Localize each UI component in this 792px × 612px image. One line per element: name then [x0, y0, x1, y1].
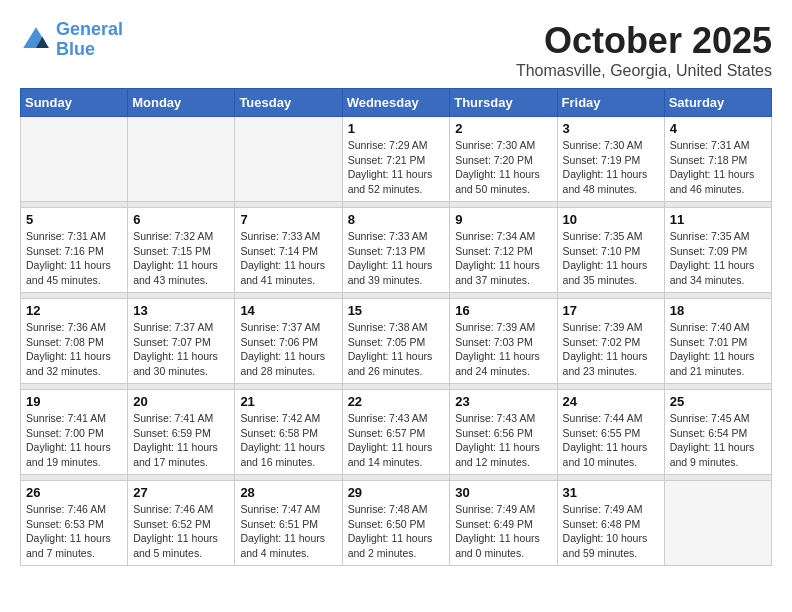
day-number: 13 — [133, 303, 229, 318]
calendar-cell: 15Sunrise: 7:38 AM Sunset: 7:05 PM Dayli… — [342, 299, 450, 384]
day-info: Sunrise: 7:35 AM Sunset: 7:10 PM Dayligh… — [563, 229, 659, 288]
day-number: 20 — [133, 394, 229, 409]
calendar-cell: 31Sunrise: 7:49 AM Sunset: 6:48 PM Dayli… — [557, 481, 664, 566]
weekday-header: Thursday — [450, 89, 557, 117]
day-number: 18 — [670, 303, 766, 318]
calendar-cell: 17Sunrise: 7:39 AM Sunset: 7:02 PM Dayli… — [557, 299, 664, 384]
day-number: 2 — [455, 121, 551, 136]
weekday-header: Tuesday — [235, 89, 342, 117]
day-number: 31 — [563, 485, 659, 500]
day-number: 15 — [348, 303, 445, 318]
calendar-cell: 7Sunrise: 7:33 AM Sunset: 7:14 PM Daylig… — [235, 208, 342, 293]
day-info: Sunrise: 7:36 AM Sunset: 7:08 PM Dayligh… — [26, 320, 122, 379]
calendar-cell — [235, 117, 342, 202]
calendar-cell: 14Sunrise: 7:37 AM Sunset: 7:06 PM Dayli… — [235, 299, 342, 384]
weekday-header-row: SundayMondayTuesdayWednesdayThursdayFrid… — [21, 89, 772, 117]
day-info: Sunrise: 7:47 AM Sunset: 6:51 PM Dayligh… — [240, 502, 336, 561]
day-info: Sunrise: 7:41 AM Sunset: 6:59 PM Dayligh… — [133, 411, 229, 470]
day-number: 5 — [26, 212, 122, 227]
day-info: Sunrise: 7:31 AM Sunset: 7:18 PM Dayligh… — [670, 138, 766, 197]
day-number: 22 — [348, 394, 445, 409]
weekday-header: Wednesday — [342, 89, 450, 117]
logo: General Blue — [20, 20, 123, 60]
day-number: 28 — [240, 485, 336, 500]
week-row: 12Sunrise: 7:36 AM Sunset: 7:08 PM Dayli… — [21, 299, 772, 384]
day-number: 14 — [240, 303, 336, 318]
calendar-cell: 16Sunrise: 7:39 AM Sunset: 7:03 PM Dayli… — [450, 299, 557, 384]
calendar-cell: 10Sunrise: 7:35 AM Sunset: 7:10 PM Dayli… — [557, 208, 664, 293]
day-number: 23 — [455, 394, 551, 409]
calendar-cell: 8Sunrise: 7:33 AM Sunset: 7:13 PM Daylig… — [342, 208, 450, 293]
calendar-cell: 1Sunrise: 7:29 AM Sunset: 7:21 PM Daylig… — [342, 117, 450, 202]
day-number: 12 — [26, 303, 122, 318]
day-info: Sunrise: 7:29 AM Sunset: 7:21 PM Dayligh… — [348, 138, 445, 197]
calendar-cell: 2Sunrise: 7:30 AM Sunset: 7:20 PM Daylig… — [450, 117, 557, 202]
week-row: 26Sunrise: 7:46 AM Sunset: 6:53 PM Dayli… — [21, 481, 772, 566]
day-info: Sunrise: 7:32 AM Sunset: 7:15 PM Dayligh… — [133, 229, 229, 288]
calendar-cell: 21Sunrise: 7:42 AM Sunset: 6:58 PM Dayli… — [235, 390, 342, 475]
weekday-header: Friday — [557, 89, 664, 117]
day-info: Sunrise: 7:42 AM Sunset: 6:58 PM Dayligh… — [240, 411, 336, 470]
day-number: 19 — [26, 394, 122, 409]
calendar-cell: 18Sunrise: 7:40 AM Sunset: 7:01 PM Dayli… — [664, 299, 771, 384]
page-header: October 2025 Thomasville, Georgia, Unite… — [20, 20, 772, 80]
calendar-cell: 6Sunrise: 7:32 AM Sunset: 7:15 PM Daylig… — [128, 208, 235, 293]
day-info: Sunrise: 7:49 AM Sunset: 6:49 PM Dayligh… — [455, 502, 551, 561]
calendar-cell: 29Sunrise: 7:48 AM Sunset: 6:50 PM Dayli… — [342, 481, 450, 566]
day-info: Sunrise: 7:33 AM Sunset: 7:13 PM Dayligh… — [348, 229, 445, 288]
day-number: 6 — [133, 212, 229, 227]
day-info: Sunrise: 7:37 AM Sunset: 7:07 PM Dayligh… — [133, 320, 229, 379]
calendar-cell: 9Sunrise: 7:34 AM Sunset: 7:12 PM Daylig… — [450, 208, 557, 293]
day-info: Sunrise: 7:37 AM Sunset: 7:06 PM Dayligh… — [240, 320, 336, 379]
day-number: 16 — [455, 303, 551, 318]
logo-icon — [20, 24, 52, 56]
day-number: 11 — [670, 212, 766, 227]
day-info: Sunrise: 7:45 AM Sunset: 6:54 PM Dayligh… — [670, 411, 766, 470]
day-info: Sunrise: 7:39 AM Sunset: 7:02 PM Dayligh… — [563, 320, 659, 379]
day-info: Sunrise: 7:40 AM Sunset: 7:01 PM Dayligh… — [670, 320, 766, 379]
day-info: Sunrise: 7:41 AM Sunset: 7:00 PM Dayligh… — [26, 411, 122, 470]
day-number: 9 — [455, 212, 551, 227]
day-info: Sunrise: 7:34 AM Sunset: 7:12 PM Dayligh… — [455, 229, 551, 288]
page-subtitle: Thomasville, Georgia, United States — [20, 62, 772, 80]
day-info: Sunrise: 7:39 AM Sunset: 7:03 PM Dayligh… — [455, 320, 551, 379]
calendar-cell: 12Sunrise: 7:36 AM Sunset: 7:08 PM Dayli… — [21, 299, 128, 384]
calendar-cell: 20Sunrise: 7:41 AM Sunset: 6:59 PM Dayli… — [128, 390, 235, 475]
calendar-cell: 28Sunrise: 7:47 AM Sunset: 6:51 PM Dayli… — [235, 481, 342, 566]
calendar-cell: 13Sunrise: 7:37 AM Sunset: 7:07 PM Dayli… — [128, 299, 235, 384]
day-number: 29 — [348, 485, 445, 500]
day-number: 17 — [563, 303, 659, 318]
day-number: 24 — [563, 394, 659, 409]
calendar-cell: 5Sunrise: 7:31 AM Sunset: 7:16 PM Daylig… — [21, 208, 128, 293]
calendar-cell: 30Sunrise: 7:49 AM Sunset: 6:49 PM Dayli… — [450, 481, 557, 566]
day-info: Sunrise: 7:48 AM Sunset: 6:50 PM Dayligh… — [348, 502, 445, 561]
day-info: Sunrise: 7:44 AM Sunset: 6:55 PM Dayligh… — [563, 411, 659, 470]
weekday-header: Sunday — [21, 89, 128, 117]
day-info: Sunrise: 7:31 AM Sunset: 7:16 PM Dayligh… — [26, 229, 122, 288]
day-number: 21 — [240, 394, 336, 409]
day-number: 8 — [348, 212, 445, 227]
day-info: Sunrise: 7:43 AM Sunset: 6:57 PM Dayligh… — [348, 411, 445, 470]
calendar-cell: 22Sunrise: 7:43 AM Sunset: 6:57 PM Dayli… — [342, 390, 450, 475]
day-number: 30 — [455, 485, 551, 500]
calendar-cell: 19Sunrise: 7:41 AM Sunset: 7:00 PM Dayli… — [21, 390, 128, 475]
calendar-cell — [21, 117, 128, 202]
calendar-cell: 26Sunrise: 7:46 AM Sunset: 6:53 PM Dayli… — [21, 481, 128, 566]
day-info: Sunrise: 7:30 AM Sunset: 7:19 PM Dayligh… — [563, 138, 659, 197]
day-info: Sunrise: 7:46 AM Sunset: 6:53 PM Dayligh… — [26, 502, 122, 561]
day-number: 7 — [240, 212, 336, 227]
weekday-header: Monday — [128, 89, 235, 117]
day-info: Sunrise: 7:30 AM Sunset: 7:20 PM Dayligh… — [455, 138, 551, 197]
day-number: 1 — [348, 121, 445, 136]
week-row: 5Sunrise: 7:31 AM Sunset: 7:16 PM Daylig… — [21, 208, 772, 293]
calendar-cell: 27Sunrise: 7:46 AM Sunset: 6:52 PM Dayli… — [128, 481, 235, 566]
day-number: 3 — [563, 121, 659, 136]
day-number: 27 — [133, 485, 229, 500]
day-info: Sunrise: 7:46 AM Sunset: 6:52 PM Dayligh… — [133, 502, 229, 561]
day-number: 25 — [670, 394, 766, 409]
week-row: 1Sunrise: 7:29 AM Sunset: 7:21 PM Daylig… — [21, 117, 772, 202]
day-info: Sunrise: 7:49 AM Sunset: 6:48 PM Dayligh… — [563, 502, 659, 561]
day-number: 4 — [670, 121, 766, 136]
calendar-cell — [128, 117, 235, 202]
page-title: October 2025 — [20, 20, 772, 62]
